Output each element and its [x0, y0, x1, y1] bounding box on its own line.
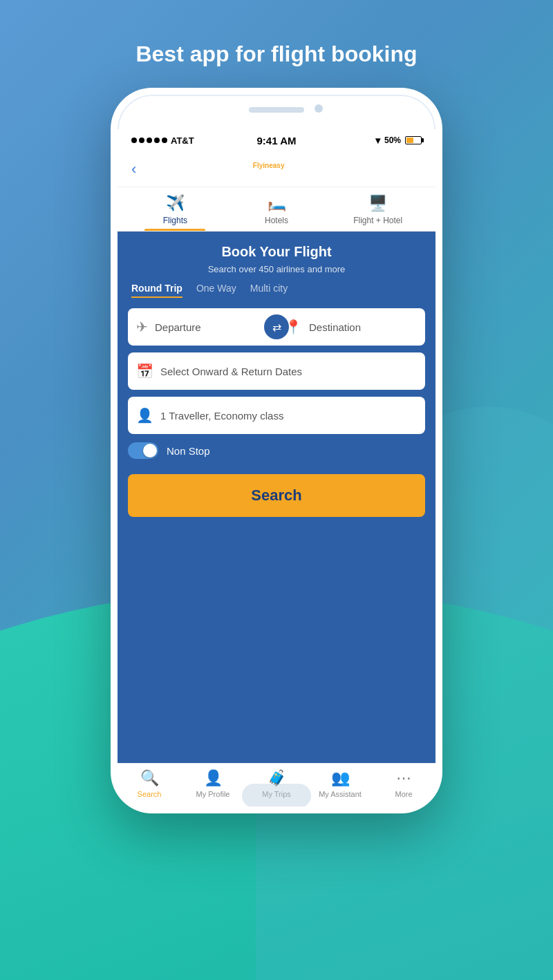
- departure-placeholder: Departure: [155, 321, 201, 333]
- tab-flights-label: Flights: [163, 216, 187, 225]
- search-button[interactable]: Search: [128, 474, 425, 517]
- destination-field[interactable]: 📍 Destination: [276, 308, 425, 346]
- dates-placeholder: Select Onward & Return Dates: [160, 366, 302, 377]
- app-logo: Flyineasy: [136, 158, 401, 180]
- departure-destination-row: ✈ Departure ⇄ 📍 Destination: [128, 308, 425, 346]
- back-button[interactable]: ‹: [131, 160, 136, 178]
- nav-item-assistant[interactable]: 👥 My Assistant: [308, 769, 372, 798]
- booking-section: Book Your Flight Search over 450 airline…: [118, 232, 435, 763]
- status-bar-left: AT&T: [131, 135, 194, 146]
- nav-more-label: More: [395, 790, 412, 798]
- departure-icon: ✈: [136, 319, 148, 335]
- logo-text: Flyin: [253, 162, 269, 169]
- phone-camera: [315, 104, 323, 113]
- time-display: 9:41 AM: [257, 135, 297, 147]
- departure-field[interactable]: ✈ Departure: [128, 308, 276, 346]
- profile-nav-icon: 👤: [204, 769, 223, 787]
- nav-assistant-label: My Assistant: [319, 790, 362, 798]
- hotels-icon: 🛏️: [268, 194, 286, 212]
- battery-icon: [405, 136, 422, 144]
- nav-profile-label: My Profile: [196, 790, 230, 798]
- non-stop-label: Non Stop: [167, 445, 210, 457]
- status-bar-right: ▾ 50%: [375, 135, 422, 146]
- booking-header: Book Your Flight Search over 450 airline…: [118, 232, 435, 283]
- form-area: ✈ Departure ⇄ 📍 Destination 📅 Select Onw…: [118, 308, 435, 434]
- non-stop-row: Non Stop: [118, 434, 435, 467]
- trip-tab-round[interactable]: Round Trip: [131, 283, 182, 298]
- trip-tab-multicity[interactable]: Multi city: [250, 283, 288, 298]
- booking-subtitle: Search over 450 airlines and more: [131, 264, 422, 274]
- destination-placeholder: Destination: [309, 321, 361, 333]
- search-nav-icon: 🔍: [140, 769, 159, 787]
- booking-title: Book Your Flight: [131, 244, 422, 260]
- non-stop-toggle[interactable]: [128, 442, 158, 459]
- tab-hotels-label: Hotels: [265, 216, 288, 225]
- travelers-field[interactable]: 👤 1 Traveller, Economy class: [128, 397, 425, 434]
- signal-icon: [131, 138, 167, 143]
- carrier-label: AT&T: [171, 135, 194, 146]
- tab-flights[interactable]: ✈️ Flights: [124, 187, 226, 231]
- trip-type-tabs: Round Trip One Way Multi city: [118, 283, 435, 308]
- nav-item-more[interactable]: ⋯ More: [372, 769, 435, 798]
- app-header: ‹ Flyineasy: [118, 151, 435, 187]
- tab-flight-hotel[interactable]: 🖥️ Flight + Hotel: [327, 187, 429, 231]
- flight-hotel-icon: 🖥️: [368, 194, 387, 212]
- nav-item-profile[interactable]: 👤 My Profile: [181, 769, 245, 798]
- phone-speaker: [249, 107, 304, 113]
- calendar-icon: 📅: [136, 363, 153, 379]
- wifi-icon: ▾: [375, 135, 380, 146]
- phone-screen: AT&T 9:41 AM ▾ 50% ‹ Flyineasy ✈️ Flig: [118, 129, 435, 807]
- status-bar: AT&T 9:41 AM ▾ 50%: [118, 129, 435, 151]
- nav-search-label: Search: [138, 790, 162, 798]
- swap-button[interactable]: ⇄: [264, 314, 289, 339]
- page-headline: Best app for flight booking: [135, 41, 417, 67]
- toggle-knob: [143, 444, 157, 458]
- tab-flight-hotel-label: Flight + Hotel: [353, 216, 402, 225]
- flights-icon: ✈️: [166, 194, 185, 212]
- battery-percent: 50%: [384, 135, 401, 145]
- phone-home-button[interactable]: [242, 784, 311, 808]
- tab-hotels[interactable]: 🛏️ Hotels: [226, 187, 328, 231]
- dates-field[interactable]: 📅 Select Onward & Return Dates: [128, 352, 425, 390]
- travelers-placeholder: 1 Traveller, Economy class: [160, 410, 283, 422]
- assistant-nav-icon: 👥: [331, 769, 350, 787]
- battery-fill: [406, 138, 413, 143]
- phone-frame: AT&T 9:41 AM ▾ 50% ‹ Flyineasy ✈️ Flig: [111, 88, 442, 813]
- nav-item-search[interactable]: 🔍 Search: [118, 769, 181, 798]
- trip-tab-oneway[interactable]: One Way: [196, 283, 236, 298]
- category-tab-bar: ✈️ Flights 🛏️ Hotels 🖥️ Flight + Hotel: [118, 187, 435, 232]
- more-nav-icon: ⋯: [396, 769, 411, 787]
- logo-suffix: easy: [269, 162, 284, 169]
- traveler-icon: 👤: [136, 407, 153, 424]
